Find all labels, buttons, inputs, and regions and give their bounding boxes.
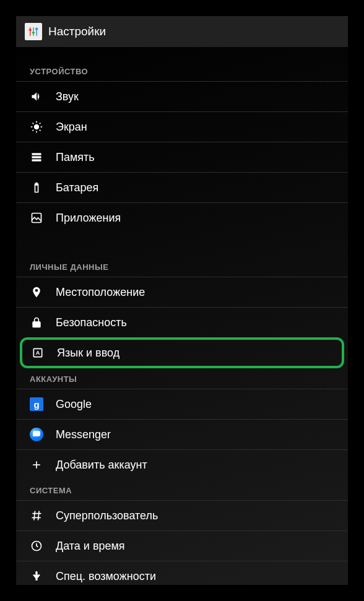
item-label: Google bbox=[56, 398, 92, 411]
battery-icon bbox=[30, 181, 43, 194]
hash-icon bbox=[30, 509, 43, 522]
item-label: Язык и ввод bbox=[57, 347, 119, 360]
hand-icon bbox=[30, 569, 43, 583]
svg-rect-16 bbox=[32, 156, 41, 158]
svg-rect-5 bbox=[35, 28, 38, 30]
svg-line-13 bbox=[33, 130, 34, 131]
item-label: Дата и время bbox=[56, 540, 125, 553]
item-add-account[interactable]: Добавить аккаунт bbox=[16, 449, 348, 480]
svg-line-14 bbox=[40, 123, 41, 124]
section-header-accounts: АККАУНТЫ bbox=[16, 368, 348, 389]
svg-line-10 bbox=[40, 130, 41, 131]
item-label: Батарея bbox=[56, 181, 98, 194]
header-bar: Настройки bbox=[16, 16, 348, 47]
item-google[interactable]: g Google bbox=[16, 389, 348, 419]
item-messenger[interactable]: Messenger bbox=[16, 419, 348, 449]
item-label: Добавить аккаунт bbox=[56, 459, 147, 472]
svg-text:A: A bbox=[36, 350, 40, 356]
settings-screen: Настройки УСТРОЙСТВО Звук Экран Память Б… bbox=[16, 16, 348, 585]
item-security[interactable]: Безопасность bbox=[16, 307, 348, 337]
svg-rect-4 bbox=[32, 32, 35, 33]
item-label: Приложения bbox=[56, 212, 121, 225]
item-label: Безопасность bbox=[56, 316, 127, 329]
svg-rect-17 bbox=[32, 159, 41, 161]
display-icon bbox=[30, 120, 43, 134]
language-icon: A bbox=[31, 346, 45, 360]
section-header-personal: ЛИЧНЫЕ ДАННЫЕ bbox=[16, 233, 348, 277]
svg-rect-0 bbox=[30, 27, 31, 36]
clock-icon bbox=[30, 539, 43, 553]
item-label: Звук bbox=[56, 90, 79, 103]
item-accessibility[interactable]: Спец. возможности bbox=[16, 561, 348, 585]
apps-icon bbox=[30, 211, 43, 225]
item-language-highlighted[interactable]: A Язык и ввод bbox=[20, 337, 344, 368]
item-label: Местоположение bbox=[56, 286, 145, 299]
item-label: Суперпользователь bbox=[56, 509, 158, 522]
item-label: Память bbox=[56, 151, 95, 164]
svg-rect-1 bbox=[33, 27, 34, 36]
item-label: Экран bbox=[56, 121, 87, 134]
item-label: Спец. возможности bbox=[56, 570, 156, 583]
plus-icon bbox=[30, 458, 43, 472]
item-display[interactable]: Экран bbox=[16, 111, 348, 142]
storage-icon bbox=[30, 150, 43, 164]
svg-point-6 bbox=[34, 124, 39, 129]
svg-line-9 bbox=[33, 123, 34, 124]
svg-rect-3 bbox=[29, 29, 32, 30]
svg-rect-15 bbox=[32, 153, 41, 155]
item-label: Messenger bbox=[56, 428, 111, 441]
lock-icon bbox=[30, 316, 43, 329]
item-superuser[interactable]: Суперпользователь bbox=[16, 500, 348, 530]
google-icon: g bbox=[30, 397, 43, 411]
section-header-system: СИСТЕМА bbox=[16, 480, 348, 500]
item-location[interactable]: Местоположение bbox=[16, 277, 348, 307]
section-header-device: УСТРОЙСТВО bbox=[16, 47, 348, 81]
settings-app-icon bbox=[25, 23, 42, 40]
messenger-icon bbox=[30, 428, 43, 441]
item-battery[interactable]: Батарея bbox=[16, 172, 348, 202]
item-apps[interactable]: Приложения bbox=[16, 202, 348, 233]
sound-icon bbox=[30, 90, 43, 103]
item-sound[interactable]: Звук bbox=[16, 81, 348, 111]
item-storage[interactable]: Память bbox=[16, 142, 348, 172]
item-datetime[interactable]: Дата и время bbox=[16, 530, 348, 561]
location-icon bbox=[30, 285, 43, 299]
page-title: Настройки bbox=[48, 25, 106, 38]
